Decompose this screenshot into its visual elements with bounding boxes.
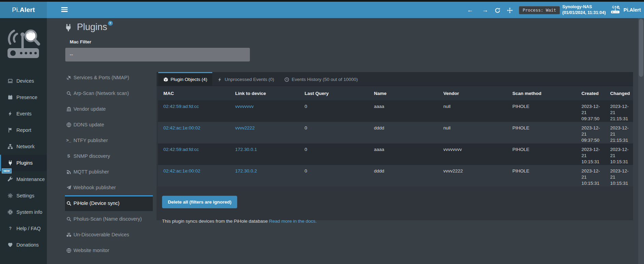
plugin-nav-item-label: Website monitor [73,248,109,253]
scrollbar-thumb[interactable] [639,19,643,77]
mac-link[interactable]: 02:42:ac:1e:00:02 [163,168,200,173]
table-row: 02:42:ac:1e:00:02vvvv22220ddddnullPIHOLE… [158,122,633,143]
plugin-nav-item-webhook-publisher[interactable]: Webhook publisher [65,180,153,195]
read-docs-link[interactable]: Read more in the docs. [269,219,317,224]
cell-link: vvvv2222 [230,122,299,143]
link-link[interactable]: vvvvvvvv [235,104,254,109]
plugin-panel: Plugin Objects (4)Unprocessed Events (0)… [157,72,633,220]
process-status-badge: Process: Wait [519,6,560,14]
link-link[interactable]: 172.30.0.2 [235,168,257,173]
cell-vendor: vvvvvvvv [438,143,507,165]
mac-link[interactable]: 02:42:ac:1e:00:02 [163,125,200,130]
page-title-text: Plugins [77,22,107,32]
sidebar-item-label: Plugins [16,160,33,166]
pialert-logo [5,24,42,63]
tab-label: Events History (50 out of 10000) [292,77,358,82]
delete-all-button[interactable]: Delete all (filters are ignored) [162,196,237,208]
sidebar: DevicesPresenceEventsReportNetworkPlugin… [0,18,47,264]
sitemap-icon [7,144,13,149]
move-icon[interactable] [507,2,513,18]
cell-vendor: null [438,122,507,143]
plugin-nav-item-label: Vendor update [73,106,106,112]
plugin-nav-item-services-ports-nmap[interactable]: Services & Ports (NMAP) [65,70,153,85]
column-header-name[interactable]: Name [368,86,438,100]
sidebar-item-network[interactable]: Network [0,138,47,155]
cell-last-query: 0 [299,122,368,143]
cell-vendor: vvvv2222 [438,165,507,186]
cell-mac: 02:42:59:ad:fd:cc [158,143,230,165]
heart-icon [7,242,13,248]
sidebar-item-help-faq[interactable]: ?Help / FAQ [0,220,47,237]
cell-created: 2023-12-21 10:15:31 [576,143,605,165]
nav-forward-icon[interactable]: → [482,2,488,18]
plugin-nav-item-pihole-device-sync[interactable]: PiHole (Device sync) [65,195,153,211]
plugin-nav-item-arp-scan-network-scan[interactable]: Arp-Scan (Network scan) [65,85,153,101]
clock-icon [284,77,289,82]
sidebar-item-events[interactable]: Events [0,106,47,122]
column-header-mac[interactable]: MAC [158,86,230,100]
sidebar-item-label: Help / FAQ [16,226,41,231]
brand-pre: Pi. [12,6,20,13]
plugin-nav-item-ntfy-publisher[interactable]: >_NTFY publisher [65,133,153,148]
sidebar-item-presence[interactable]: Presence [0,89,47,106]
sidebar-item-system-info[interactable]: System info [0,204,47,220]
help-badge[interactable]: ? [108,21,113,26]
sidebar-item-label: Events [16,111,31,116]
plugin-nav-item-pholus-scan-name-discovery[interactable]: Pholus-Scan (Name discovery) [65,211,153,227]
globe-icon [66,122,72,127]
link-link[interactable]: 172.30.0.1 [235,147,257,152]
tab-events-history-50-out-of-10000[interactable]: Events History (50 out of 10000) [279,72,363,86]
sidebar-toggle-icon[interactable] [61,7,68,13]
cell-scan-method: PIHOLE [507,165,576,186]
cell-mac: 02:42:59:ad:fd:cc [158,100,230,122]
tab-label: Plugin Objects (4) [171,77,207,82]
plugin-nav-item-mqtt-publisher[interactable]: MQTT publisher [65,164,153,180]
search-icon [66,217,72,222]
column-header-vendor[interactable]: Vendor [438,86,507,100]
plugin-nav: Services & Ports (NMAP)Arp-Scan (Network… [65,70,153,258]
cell-mac: 02:42:ac:1e:00:02 [158,122,230,143]
nav-back-icon[interactable]: ← [467,2,473,18]
cell-changed: 2023-12-21 10:15:31 [605,165,633,186]
refresh-icon[interactable] [495,2,500,18]
sidebar-item-label: Network [16,144,35,149]
sidebar-item-devices[interactable]: Devices [0,73,47,89]
brand-logo[interactable]: Pi.Alert [0,2,47,18]
cell-created: 2023-12-21 09:37:50 [576,122,605,143]
column-header-last-query[interactable]: Last Query [299,86,368,100]
plugin-nav-item-label: Services & Ports (NMAP) [73,75,129,80]
calendar-icon [7,95,13,100]
sidebar-item-maintenance[interactable]: MaintenanceNEW [0,171,47,187]
mac-link[interactable]: 02:42:59:ad:fd:cc [163,147,199,152]
plugin-description: This plugin syncs devices from the PiHol… [162,219,633,224]
tab-plugin-objects-4[interactable]: Plugin Objects (4) [158,72,212,86]
bolt-icon [217,77,222,82]
sidebar-item-donations[interactable]: Donations [0,237,47,253]
plugin-nav-item-website-monitor[interactable]: Website monitor [65,242,153,258]
plugin-nav-item-label: Arp-Scan (Network scan) [73,91,129,96]
column-header-created[interactable]: Created [576,86,605,100]
tab-unprocessed-events-0[interactable]: Unprocessed Events (0) [212,72,279,86]
sidebar-item-label: Donations [16,242,39,248]
mac-link[interactable]: 02:42:59:ad:fd:cc [163,104,199,109]
plugin-nav-item-ddns-update[interactable]: DDNS update [65,117,153,133]
column-header-changed[interactable]: Changed [605,86,633,100]
cube-icon [163,77,168,82]
cell-scan-method: PIHOLE [507,100,576,122]
bolt-icon [7,111,13,116]
cell-link: vvvvvvvv [230,100,299,122]
mac-filter-input[interactable]: -- [65,48,250,61]
sidebar-item-label: Maintenance [16,177,45,182]
paper-plane-icon [66,185,72,190]
cell-vendor: null [438,100,507,122]
column-header-link-to-device[interactable]: Link to device [230,86,299,100]
sidebar-item-report[interactable]: Report [0,122,47,138]
plugin-nav-item-un-discoverable-devices[interactable]: Un-Discoverable Devices [65,227,153,242]
plugin-nav-item-vendor-update[interactable]: Vendor update [65,101,153,117]
column-header-scan-method[interactable]: Scan method [507,86,576,100]
plugin-nav-item-snmp-discovery[interactable]: SSNMP discovery [65,148,153,164]
link-link[interactable]: vvvv2222 [235,125,255,130]
plugin-description-text: This plugin syncs devices from the PiHol… [162,219,268,224]
host-name: Synology-NAS [562,4,606,10]
sidebar-item-settings[interactable]: Settings [0,187,47,204]
